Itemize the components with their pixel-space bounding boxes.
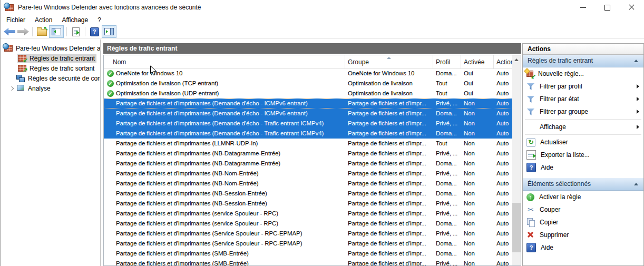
filter-icon <box>526 107 535 116</box>
menu-fichier[interactable]: Fichier <box>2 15 30 25</box>
action-aide[interactable]: Aide <box>523 241 643 254</box>
export-list-button[interactable] <box>70 26 82 37</box>
scrollbar-up-arrow[interactable] <box>512 55 521 64</box>
tree-item-monitoring[interactable]: Analyse <box>1 83 100 93</box>
action-label: Copier <box>540 219 558 226</box>
cell-activee: Non <box>461 209 494 219</box>
cell-profil: Tout <box>433 139 461 149</box>
actions-section-header-elements-selectionnes[interactable]: Éléments sélectionnés <box>523 178 643 191</box>
action-couper[interactable]: Couper <box>523 203 643 216</box>
action-exporter-la-liste[interactable]: Exporter la liste... <box>523 149 643 161</box>
cell-action: Auto <box>494 129 512 139</box>
up-folder-button[interactable] <box>35 26 48 37</box>
cell-profil: Doma... <box>433 179 461 189</box>
action-copier[interactable]: Copier <box>523 216 643 229</box>
cell-activee: Non <box>461 189 494 199</box>
menu-affichage[interactable]: Affichage <box>57 15 93 25</box>
table-row[interactable]: Partage de fichiers et d'imprimantes (NB… <box>104 189 512 199</box>
table-row[interactable]: Partage de fichiers et d'imprimantes (SM… <box>104 259 512 265</box>
cell-nom: Partage de fichiers et d'imprimantes (De… <box>104 98 345 109</box>
table-row[interactable]: Partage de fichiers et d'imprimantes (Se… <box>104 239 512 249</box>
column-header-profil[interactable]: Profil <box>433 55 461 68</box>
table-row[interactable]: Partage de fichiers et d'imprimantes (NB… <box>104 179 512 189</box>
table-row[interactable]: Partage de fichiers et d'imprimantes (SM… <box>104 249 512 259</box>
rules-listview: Nom Groupe Profil Activée Action ✓OneNot… <box>103 55 521 266</box>
table-row[interactable]: Partage de fichiers et d'imprimantes (NB… <box>104 199 512 209</box>
forward-button[interactable] <box>17 26 30 37</box>
action-aide[interactable]: Aide <box>523 161 643 174</box>
cell-activee: Non <box>461 249 494 259</box>
table-row[interactable]: Partage de fichiers et d'imprimantes (Se… <box>104 229 512 239</box>
tree-item-connection-security-rules[interactable]: Règles de sécurité de conne <box>1 73 100 83</box>
cell-action: Auto <box>494 68 512 78</box>
collapse-section-icon[interactable] <box>634 60 638 62</box>
collapse-section-icon[interactable] <box>634 183 638 185</box>
action-label: Filtrer par état <box>540 95 579 103</box>
cell-groupe: Partage de fichiers et d'impr... <box>345 219 433 229</box>
column-header-action[interactable]: Action <box>494 55 512 68</box>
cut-icon <box>526 205 535 214</box>
table-row[interactable]: Partage de fichiers et d'imprimantes (NB… <box>104 159 512 169</box>
expand-chevron-icon[interactable] <box>9 86 14 90</box>
table-row[interactable]: Partage de fichiers et d'imprimantes (De… <box>104 98 512 109</box>
results-pane: Règles de trafic entrant Nom Groupe Prof… <box>103 43 521 266</box>
refresh-icon <box>526 138 535 147</box>
actions-pane: Actions Règles de trafic entrantNouvelle… <box>522 43 644 266</box>
action-affichage[interactable]: Affichage <box>523 121 643 133</box>
action-filtrer-par-profil[interactable]: Filtrer par profil <box>523 80 643 93</box>
show-hide-action-pane-button[interactable] <box>102 25 116 38</box>
table-row[interactable]: Partage de fichiers et d'imprimantes (LL… <box>104 139 512 149</box>
tree-item-inbound-rules[interactable]: Règles de trafic entrant <box>1 53 100 63</box>
column-header-nom[interactable]: Nom <box>104 55 345 68</box>
cell-profil: Doma... <box>433 109 461 119</box>
scrollbar-thumb[interactable] <box>512 203 521 252</box>
vertical-scrollbar[interactable] <box>512 55 521 265</box>
cell-profil: Privé, ... <box>433 119 461 129</box>
firewall-console-window: Pare-feu Windows Defender avec fonctions… <box>0 0 644 266</box>
menu-action[interactable]: Action <box>30 15 57 25</box>
cell-groupe: Partage de fichiers et d'impr... <box>345 119 433 129</box>
table-row[interactable]: Partage de fichiers et d'imprimantes (De… <box>104 109 512 119</box>
tree-item-root[interactable]: Pare-feu Windows Defender av <box>1 43 100 53</box>
back-button[interactable] <box>3 26 16 37</box>
cell-nom: Partage de fichiers et d'imprimantes (se… <box>104 209 345 219</box>
maximize-button[interactable] <box>596 0 620 15</box>
action-nouvelle-regle[interactable]: Nouvelle règle... <box>523 67 643 80</box>
cell-action: Auto <box>494 169 512 179</box>
cell-nom: Partage de fichiers et d'imprimantes (LL… <box>104 139 345 149</box>
minimize-button[interactable] <box>571 0 596 15</box>
cell-groupe: Partage de fichiers et d'impr... <box>345 129 433 139</box>
help-button[interactable] <box>88 26 101 37</box>
table-row[interactable]: Partage de fichiers et d'imprimantes (se… <box>104 209 512 219</box>
submenu-arrow-icon <box>637 97 639 101</box>
table-row[interactable]: ✓OneNote for Windows 10OneNote for Windo… <box>104 68 512 78</box>
actions-section-header-regles-de-trafic-entrant[interactable]: Règles de trafic entrant <box>523 55 643 67</box>
sort-ascending-icon <box>387 57 391 59</box>
cell-action: Auto <box>494 189 512 199</box>
cell-activee: Non <box>461 159 494 169</box>
filter-icon <box>526 82 535 91</box>
action-actualiser[interactable]: Actualiser <box>523 136 643 149</box>
table-row[interactable]: Partage de fichiers et d'imprimantes (NB… <box>104 169 512 179</box>
menu-help[interactable]: ? <box>93 15 106 25</box>
table-row[interactable]: Partage de fichiers et d'imprimantes (De… <box>104 129 512 139</box>
table-row[interactable]: Partage de fichiers et d'imprimantes (De… <box>104 119 512 129</box>
cell-groupe: Partage de fichiers et d'impr... <box>345 199 433 209</box>
tree-item-outbound-rules[interactable]: Règles de trafic sortant <box>1 63 100 73</box>
action-supprimer[interactable]: Supprimer <box>523 229 643 241</box>
table-row[interactable]: ✓Optimisation de livraison (UDP entrant)… <box>104 88 512 98</box>
cell-profil: Privé, ... <box>433 98 461 109</box>
table-row[interactable]: Partage de fichiers et d'imprimantes (se… <box>104 219 512 229</box>
action-filtrer-par-groupe[interactable]: Filtrer par groupe <box>523 105 643 118</box>
column-headers: Nom Groupe Profil Activée Action <box>104 55 512 69</box>
column-header-activee[interactable]: Activée <box>461 55 494 68</box>
action-filtrer-par-etat[interactable]: Filtrer par état <box>523 93 643 105</box>
forward-arrow-icon <box>17 28 29 36</box>
action-activer-la-regle[interactable]: Activer la règle <box>523 191 643 203</box>
window-title: Pare-feu Windows Defender avec fonctions… <box>18 4 201 11</box>
table-row[interactable]: Partage de fichiers et d'imprimantes (NB… <box>104 149 512 159</box>
table-row[interactable]: ✓Optimisation de livraison (TCP entrant)… <box>104 78 512 88</box>
cell-action: Auto <box>494 119 512 129</box>
close-button[interactable] <box>620 0 644 15</box>
show-hide-console-tree-button[interactable] <box>49 25 64 38</box>
